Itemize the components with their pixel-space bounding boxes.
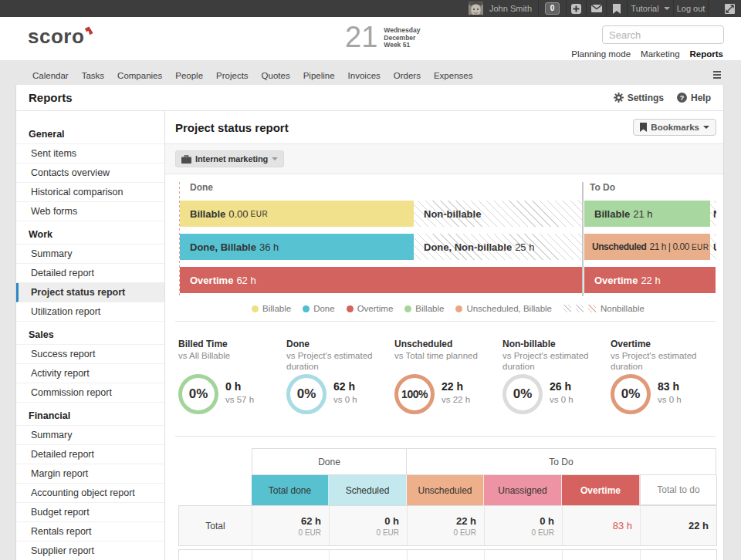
project-filter-value: Internet marketing	[195, 154, 268, 164]
tutorial-menu[interactable]: Tutorial	[628, 0, 673, 17]
sidebar-item-web-forms[interactable]: Web forms	[16, 202, 164, 221]
col-header-scheduled: Scheduled	[329, 475, 407, 505]
table-corner-spacer	[178, 475, 252, 505]
link-planning-mode[interactable]: Planning mode	[571, 49, 631, 59]
nav-item-expenses[interactable]: Expenses	[434, 71, 473, 80]
scoro-logo[interactable]: scoro	[28, 25, 84, 49]
settings-button[interactable]: Settings	[614, 93, 664, 103]
add-new-button[interactable]	[567, 0, 586, 17]
col-header-unassigned: Unassigned	[484, 475, 562, 505]
kpi-value: 0 h	[225, 380, 254, 393]
briefcase-icon	[181, 155, 191, 164]
chart-row-overtime: Overtime62 h Overtime22 h	[180, 267, 716, 293]
sidebar-item-accounting-object-report[interactable]: Accounting object report	[16, 484, 164, 503]
sidebar-item-supplier-report[interactable]: Supplier report	[16, 541, 164, 560]
bookmarks-topbar-button[interactable]	[607, 0, 627, 17]
cell-total-to-do: 22 h	[640, 505, 717, 546]
user-avatar[interactable]	[469, 2, 483, 16]
date-widget: 21 Wednesday December Week 51	[345, 22, 420, 52]
fullscreen-button[interactable]	[709, 0, 741, 17]
search-input[interactable]	[602, 25, 724, 44]
sidebar-item-project-status-report[interactable]: Project status report	[16, 283, 164, 302]
main-nav: Calendar Tasks Companies People Projects…	[0, 60, 741, 85]
chart-row-done: Done, Billable36 h Done, Non-billable25 …	[180, 234, 716, 260]
legend-done: Done	[303, 304, 335, 313]
user-menu[interactable]: John Smith	[463, 0, 538, 17]
sidebar-item-utilization-report[interactable]: Utilization report	[16, 302, 164, 322]
topbar: John Smith 0 Tutorial Log out	[0, 0, 741, 17]
sidebar-item-sent-items[interactable]: Sent items	[16, 144, 164, 164]
help-button[interactable]: ? Help	[677, 93, 711, 103]
bookmarks-button[interactable]: Bookmarks	[633, 119, 716, 136]
nav-item-invoices[interactable]: Invoices	[348, 71, 381, 80]
sidebar-item-contacts-overview[interactable]: Contacts overview	[16, 164, 164, 183]
legend-dot-orange	[455, 305, 462, 312]
sidebar-item-historical-comparison[interactable]: Historical comparison	[16, 183, 164, 202]
link-reports[interactable]: Reports	[690, 49, 723, 59]
kpi-subtitle: vs Total time planned	[394, 351, 502, 374]
sidebar-item-work-summary[interactable]: Summary	[16, 245, 164, 264]
chevron-down-icon	[272, 157, 278, 160]
bar-unscheduled-todo: Unscheduled21 h | 0.00EUR	[584, 234, 710, 260]
kpi-non-billable: Non-billable vs Project's estimated dura…	[502, 339, 611, 436]
link-marketing[interactable]: Marketing	[641, 49, 680, 59]
kpi-vs: vs 0 h	[333, 395, 357, 404]
kpi-billed-time: Billed Time vs All Billable 0% 0 h vs 57…	[178, 339, 286, 436]
sidebar-item-work-detailed-report[interactable]: Detailed report	[16, 264, 164, 283]
sidebar-item-commission-report[interactable]: Commission report	[16, 383, 164, 403]
legend-dot-yellow	[252, 305, 259, 312]
sidebar-item-financial-summary[interactable]: Summary	[16, 426, 164, 445]
bar-done-billable: Done, Billable36 h	[180, 234, 414, 260]
user-name[interactable]: John Smith	[489, 4, 532, 13]
nav-item-orders[interactable]: Orders	[394, 71, 421, 80]
sidebar-heading-financial: Financial	[16, 407, 164, 426]
kpi-title: Billed Time	[178, 339, 286, 349]
menu-icon[interactable]	[713, 71, 721, 80]
table-row-total: Total 62 h 0 EUR 0 h 0 EUR 22 h 0 EUR	[178, 505, 716, 546]
table-corner-spacer	[178, 448, 252, 475]
kpi-ring: 100%	[394, 374, 435, 414]
kpi-subtitle: vs Project's estimated duration	[502, 351, 611, 374]
nav-item-companies[interactable]: Companies	[117, 71, 162, 80]
legend-dot-green	[404, 305, 411, 312]
sidebar-heading-work: Work	[16, 225, 164, 245]
bar-billable-done: Billable0.00EUR	[180, 201, 414, 227]
sidebar-item-activity-report[interactable]: Activity report	[16, 364, 164, 383]
sidebar-item-budget-report[interactable]: Budget report	[16, 503, 164, 522]
nav-item-pipeline[interactable]: Pipeline	[303, 71, 335, 80]
sidebar-item-financial-detailed-report[interactable]: Detailed report	[16, 445, 164, 464]
reports-card: Reports Settings ?	[15, 85, 724, 560]
notifications-button[interactable]: 0	[539, 0, 566, 17]
logout-button[interactable]: Log out	[674, 0, 708, 17]
nav-item-quotes[interactable]: Quotes	[262, 71, 290, 80]
kpi-subtitle: vs Project's estimated duration	[286, 351, 394, 374]
help-label: Help	[691, 93, 711, 103]
project-filter-button[interactable]: Internet marketing	[175, 150, 284, 167]
nav-item-tasks[interactable]: Tasks	[82, 71, 104, 80]
date-week: Week 51	[384, 42, 420, 49]
legend-billable-todo: Billable	[404, 304, 444, 313]
messages-button[interactable]	[587, 0, 606, 17]
col-header-total-done: Total done	[252, 475, 329, 505]
nav-item-projects[interactable]: Projects	[216, 71, 249, 80]
report-title: Project status report	[175, 121, 289, 134]
sidebar-item-margin-report[interactable]: Margin report	[16, 464, 164, 484]
nav-item-calendar[interactable]: Calendar	[32, 71, 69, 80]
notification-badge[interactable]: 0	[545, 2, 560, 15]
sidebar-item-rentals-report[interactable]: Rentals report	[16, 522, 164, 541]
row-label: Total	[178, 505, 252, 546]
report-main: Project status report Bookmarks Internet…	[165, 111, 723, 560]
chart-done-label: Done	[180, 182, 583, 194]
nav-item-people[interactable]: People	[175, 71, 203, 80]
table-next-row-partial	[178, 549, 716, 560]
kpi-row: Billed Time vs All Billable 0% 0 h vs 57…	[175, 321, 716, 436]
kpi-title: Unscheduled	[394, 339, 502, 349]
kpi-done: Done vs Project's estimated duration 0% …	[286, 339, 394, 436]
sidebar-heading-sales: Sales	[16, 326, 164, 345]
page-title: Reports	[29, 91, 73, 104]
legend-hatch-swatch	[576, 305, 584, 312]
sidebar-item-success-report[interactable]: Success report	[16, 345, 164, 364]
legend-overtime: Overtime	[347, 304, 394, 313]
chevron-down-icon	[703, 126, 709, 129]
expand-icon	[725, 4, 735, 14]
